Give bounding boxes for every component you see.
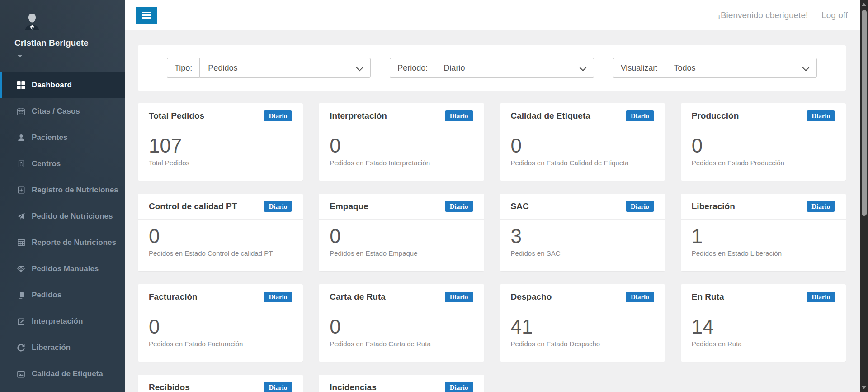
sidebar-toggle-button[interactable] [136,7,157,24]
sidebar-item-pedidos[interactable]: Pedidos [0,282,125,308]
sidebar-item-interpretaci-n[interactable]: Interpretación [0,308,125,335]
card-title: En Ruta [692,292,724,302]
period-badge: Diario [626,292,654,302]
sidebar-item-reporte-de-nutriciones[interactable]: Reporte de Nutriciones [0,229,125,256]
sidebar-item-label: Centros [32,159,61,168]
period-badge: Diario [264,201,292,212]
card-subtitle: Pedidos en Estado Calidad de Etiqueta [511,159,654,167]
card-title: Interpretación [330,111,387,121]
filter-selected-value: Diario [443,63,465,73]
card-title: Empaque [330,201,368,211]
card-title: Recibidos [149,382,190,392]
sidebar-item-label: Pedidos [32,291,61,300]
chevron-down-icon[interactable] [17,55,23,60]
filter-selected-value: Pedidos [208,63,237,73]
period-badge: Diario [445,382,473,392]
filter-select-periodo[interactable]: Diario [435,58,594,78]
sidebar-item-label: Pedido de Nutriciones [32,212,113,221]
scroll-down-icon[interactable] [862,386,866,389]
welcome-user-link[interactable]: ¡Bienvenido cberiguete! [718,10,808,20]
filter-group-visualizar: Visualizar: Todos [613,58,817,78]
card-title: Liberación [692,201,735,211]
card-subtitle: Pedidos en Estado Interpretación [330,159,473,167]
scroll-up-icon[interactable] [862,3,866,6]
filter-select-visualizar[interactable]: Todos [665,58,817,78]
card-value: 0 [330,225,473,248]
paper-plane-icon [16,212,26,221]
sidebar-item-pedido-de-nutriciones[interactable]: Pedido de Nutriciones [0,203,125,229]
card-subtitle: Pedidos en Estado Despacho [511,340,654,348]
card-subtitle: Pedidos en Estado Control de calidad PT [149,249,292,257]
sidebar-item-citas-casos[interactable]: Citas / Casos [0,98,125,124]
card-title: Total Pedidos [149,111,204,121]
card-subtitle: Pedidos en Ruta [692,340,835,348]
card-title: Facturación [149,292,198,302]
period-badge: Diario [264,382,292,392]
period-badge: Diario [807,292,835,302]
calendar-icon [16,107,26,116]
redo-icon [16,343,26,353]
filter-label: Visualizar: [613,58,665,78]
user-avatar-icon [22,12,42,33]
table-icon [16,238,26,248]
card-value: 41 [511,316,654,339]
sidebar-item-label: Liberación [32,343,71,352]
sidebar-item-label: Reporte de Nutriciones [32,238,116,247]
card-title: Carta de Ruta [330,292,386,302]
card-value: 3 [511,225,654,248]
scrollbar-thumb[interactable] [862,10,867,216]
image-icon [16,369,26,379]
period-badge: Diario [264,292,292,302]
period-badge: Diario [445,292,473,302]
card-title: Despacho [511,292,552,302]
grid-icon [16,81,26,90]
logoff-link[interactable]: Log off [821,10,848,20]
filter-label: Periodo: [390,58,435,78]
sidebar-item-registro-de-nutriciones[interactable]: Registro de Nutriciones [0,177,125,203]
sidebar-item-pacientes[interactable]: Pacientes [0,124,125,151]
sidebar-item-label: Pedidos Manuales [32,264,99,273]
vertical-scrollbar [860,0,868,392]
sidebar: Cristian Beriguete Dashboard Citas / Cas… [0,0,125,392]
filter-panel: Tipo: Pedidos Periodo: Diario Visualizar… [138,45,846,91]
stat-card-facturaci-n: Facturación Diario 0 Pedidos en Estado F… [138,284,303,362]
chevron-down-icon [802,64,810,72]
card-value: 0 [330,134,473,158]
period-badge: Diario [626,201,654,212]
sidebar-item-dashboard[interactable]: Dashboard [0,72,125,98]
stat-card-despacho: Despacho Diario 41 Pedidos en Estado Des… [500,284,665,362]
sidebar-item-label: Registro de Nutriciones [32,186,118,195]
period-badge: Diario [807,201,835,212]
card-value: 107 [149,134,292,158]
edit-icon [16,317,26,326]
sidebar-item-label: Dashboard [32,81,72,90]
period-badge: Diario [445,110,473,121]
card-title: Incidencias [330,382,377,392]
hospital-icon [16,159,26,169]
stat-card-control-de-calidad-pt: Control de calidad PT Diario 0 Pedidos e… [138,194,303,271]
filter-selected-value: Todos [674,63,695,73]
stat-card-total-pedidos: Total Pedidos Diario 107 Total Pedidos [138,103,303,181]
sidebar-item-liberaci-n[interactable]: Liberación [0,335,125,361]
card-value: 0 [149,316,292,339]
card-value: 0 [330,316,473,339]
sidebar-item-label: Calidad de Etiqueta [32,369,103,378]
sidebar-item-centros[interactable]: Centros [0,151,125,177]
period-badge: Diario [445,201,473,212]
stat-card-recibidos: Recibidos Diario [138,375,303,392]
card-title: Calidad de Etiqueta [511,111,590,121]
gem-icon [16,264,26,274]
copy-icon [16,291,26,300]
period-badge: Diario [264,110,292,121]
period-badge: Diario [807,110,835,121]
sidebar-item-label: Citas / Casos [32,107,80,116]
stat-card-carta-de-ruta: Carta de Ruta Diario 0 Pedidos en Estado… [319,284,484,362]
card-subtitle: Pedidos en Estado Empaque [330,249,473,257]
filter-select-tipo[interactable]: Pedidos [199,58,371,78]
user-icon [16,133,26,143]
card-value: 0 [692,134,835,158]
stat-card-en-ruta: En Ruta Diario 14 Pedidos en Ruta [681,284,846,362]
sidebar-item-pedidos-manuales[interactable]: Pedidos Manuales [0,256,125,282]
sidebar-item-calidad-de-etiqueta[interactable]: Calidad de Etiqueta [0,361,125,387]
stat-card-interpretaci-n: Interpretación Diario 0 Pedidos en Estad… [319,103,484,181]
